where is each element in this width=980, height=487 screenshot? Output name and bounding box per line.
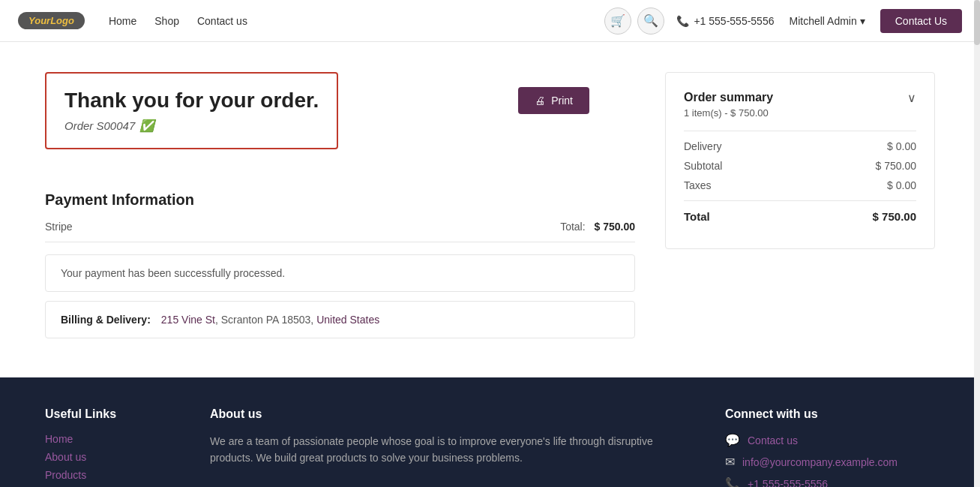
billing-delivery-box: Billing & Delivery: 215 Vine St, Scranto… bbox=[45, 301, 635, 338]
taxes-row: Taxes $ 0.00 bbox=[684, 179, 916, 191]
taxes-label: Taxes bbox=[684, 179, 712, 191]
footer-link-products[interactable]: Products bbox=[45, 469, 180, 481]
total-label-summary: Total bbox=[684, 210, 710, 223]
thank-you-box: Thank you for your order. Order S00047 ✅ bbox=[45, 72, 338, 149]
summary-title: Order summary bbox=[684, 91, 773, 104]
search-icon-button[interactable]: 🔍 bbox=[637, 8, 664, 35]
payment-row: Stripe Total: $ 750.00 bbox=[45, 221, 635, 242]
scrollbar[interactable] bbox=[974, 0, 980, 487]
summary-divider bbox=[684, 131, 916, 131]
total-label: Total: bbox=[560, 221, 585, 233]
email-icon: ✉ bbox=[725, 455, 735, 469]
subtotal-row: Subtotal $ 750.00 bbox=[684, 160, 916, 172]
footer-connect: Connect with us 💬 Contact us ✉ info@your… bbox=[725, 407, 935, 487]
subtotal-amount: $ 750.00 bbox=[876, 160, 917, 172]
footer: Useful Links Home About us Products Abou… bbox=[0, 377, 980, 487]
cart-icon-button[interactable]: 🛒 bbox=[604, 8, 631, 35]
scrollbar-thumb[interactable] bbox=[974, 0, 980, 45]
order-number-text: Order S00047 bbox=[64, 119, 135, 132]
nav-icons-group: 🛒 🔍 📞 +1 555-555-5556 Mitchell Admin ▾ C… bbox=[604, 8, 962, 35]
billing-address: 215 Vine St, Scranton PA 18503, United S… bbox=[161, 314, 379, 326]
about-title: About us bbox=[210, 407, 695, 421]
order-number: Order S00047 ✅ bbox=[64, 119, 319, 133]
payment-method: Stripe bbox=[45, 221, 73, 233]
payment-section-title: Payment Information bbox=[45, 191, 635, 209]
billing-city: , Scranton PA 18503, bbox=[215, 314, 316, 326]
nav-contact-button[interactable]: Contact Us bbox=[880, 9, 962, 33]
summary-header[interactable]: Order summary 1 item(s) - $ 750.00 ∨ bbox=[684, 91, 916, 119]
nav-contact-us-link[interactable]: Contact us bbox=[197, 15, 247, 27]
total-row: Total $ 750.00 bbox=[684, 200, 916, 223]
payment-success-box: Your payment has been successfully proce… bbox=[45, 254, 635, 292]
subtotal-label: Subtotal bbox=[684, 160, 722, 172]
order-summary-panel: Order summary 1 item(s) - $ 750.00 ∨ Del… bbox=[665, 72, 935, 347]
footer-link-home[interactable]: Home bbox=[45, 433, 180, 445]
connect-phone: 📞 +1 555-555-5556 bbox=[725, 476, 935, 487]
main-content: Thank you for your order. Order S00047 ✅… bbox=[0, 42, 980, 377]
footer-grid: Useful Links Home About us Products Abou… bbox=[45, 407, 935, 487]
taxes-amount: $ 0.00 bbox=[887, 179, 916, 191]
left-content: Thank you for your order. Order S00047 ✅… bbox=[45, 72, 635, 347]
navbar: YourLogo Home Shop Contact us 🛒 🔍 📞 +1 5… bbox=[0, 0, 980, 42]
connect-phone-link[interactable]: +1 555-555-5556 bbox=[748, 478, 828, 488]
nav-user-menu[interactable]: Mitchell Admin ▾ bbox=[789, 15, 865, 27]
print-button[interactable]: 🖨 Print bbox=[518, 87, 589, 114]
connect-contact-link[interactable]: Contact us bbox=[748, 434, 798, 446]
user-dropdown-icon: ▾ bbox=[860, 15, 865, 27]
chevron-down-icon: ∨ bbox=[907, 91, 916, 105]
billing-label: Billing & Delivery: bbox=[61, 314, 151, 326]
logo-badge: YourLogo bbox=[18, 12, 85, 29]
connect-email-link[interactable]: info@yourcompany.example.com bbox=[742, 456, 898, 468]
order-summary-card: Order summary 1 item(s) - $ 750.00 ∨ Del… bbox=[665, 72, 935, 249]
footer-about: About us We are a team of passionate peo… bbox=[210, 407, 695, 487]
summary-subtitle: 1 item(s) - $ 750.00 bbox=[684, 107, 773, 119]
print-label: Print bbox=[551, 95, 573, 107]
logo-highlight: Your bbox=[28, 15, 50, 26]
user-name: Mitchell Admin bbox=[789, 15, 856, 27]
footer-useful-links: Useful Links Home About us Products bbox=[45, 407, 180, 487]
payment-success-message: Your payment has been successfully proce… bbox=[61, 267, 285, 279]
thank-you-title: Thank you for your order. bbox=[64, 89, 319, 113]
delivery-label: Delivery bbox=[684, 140, 722, 152]
delivery-amount: $ 0.00 bbox=[887, 140, 916, 152]
nav-phone: 📞 +1 555-555-5556 bbox=[676, 15, 774, 27]
connect-title: Connect with us bbox=[725, 407, 935, 421]
nav-home[interactable]: Home bbox=[109, 15, 136, 27]
phone-icon: 📞 bbox=[676, 15, 689, 27]
nav-shop[interactable]: Shop bbox=[154, 15, 179, 27]
useful-links-title: Useful Links bbox=[45, 407, 180, 421]
chat-icon: 💬 bbox=[725, 433, 740, 447]
logo[interactable]: YourLogo bbox=[18, 12, 85, 29]
phone-number: +1 555-555-5556 bbox=[694, 15, 774, 27]
print-icon: 🖨 bbox=[535, 95, 545, 107]
delivery-row: Delivery $ 0.00 bbox=[684, 140, 916, 152]
nav-links: Home Shop Contact us bbox=[109, 15, 247, 27]
phone-icon-footer: 📞 bbox=[725, 476, 740, 487]
billing-address-link[interactable]: 215 Vine St bbox=[161, 314, 215, 326]
billing-country-link[interactable]: United States bbox=[316, 314, 379, 326]
check-circle-icon: ✅ bbox=[139, 119, 154, 133]
logo-text-rest: Logo bbox=[50, 15, 74, 26]
about-text: We are a team of passionate people whose… bbox=[210, 433, 695, 467]
footer-link-about[interactable]: About us bbox=[45, 451, 180, 463]
total-value: $ 750.00 bbox=[595, 221, 636, 233]
connect-contact-us: 💬 Contact us bbox=[725, 433, 935, 447]
total-amount-summary: $ 750.00 bbox=[873, 210, 916, 223]
connect-email: ✉ info@yourcompany.example.com bbox=[725, 455, 935, 469]
